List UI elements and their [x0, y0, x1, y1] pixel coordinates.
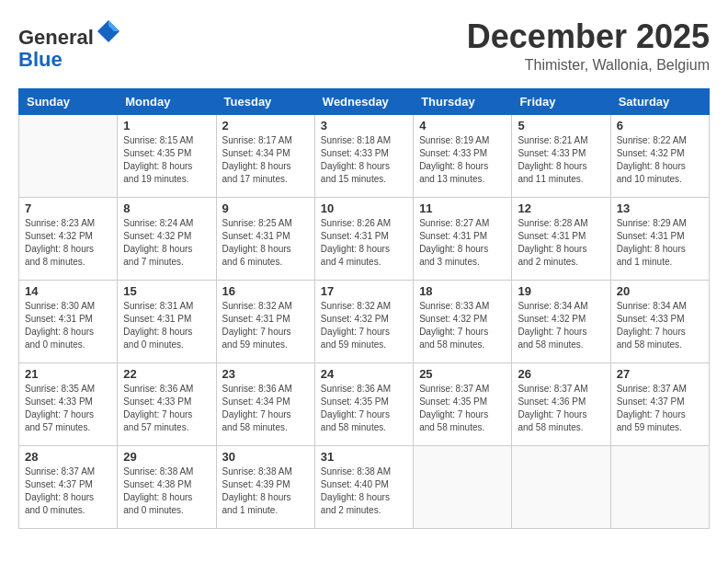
day-number: 16 — [222, 284, 309, 298]
calendar-cell: 22Sunrise: 8:36 AM Sunset: 4:33 PM Dayli… — [118, 362, 216, 445]
day-info: Sunrise: 8:36 AM Sunset: 4:33 PM Dayligh… — [123, 383, 210, 434]
calendar-cell: 4Sunrise: 8:19 AM Sunset: 4:33 PM Daylig… — [414, 114, 512, 197]
calendar-cell: 1Sunrise: 8:15 AM Sunset: 4:35 PM Daylig… — [118, 114, 216, 197]
day-number: 19 — [518, 284, 604, 298]
day-number: 21 — [25, 367, 111, 381]
day-number: 12 — [518, 201, 604, 215]
calendar-cell: 16Sunrise: 8:32 AM Sunset: 4:31 PM Dayli… — [216, 280, 314, 362]
day-number: 27 — [617, 367, 703, 381]
day-number: 24 — [321, 367, 407, 381]
day-number: 2 — [222, 119, 309, 132]
day-info: Sunrise: 8:22 AM Sunset: 4:32 PM Dayligh… — [617, 134, 703, 186]
day-number: 5 — [518, 119, 604, 132]
day-number: 26 — [518, 367, 604, 381]
day-number: 25 — [419, 367, 506, 381]
calendar-cell: 17Sunrise: 8:32 AM Sunset: 4:32 PM Dayli… — [314, 280, 413, 362]
day-info: Sunrise: 8:27 AM Sunset: 4:31 PM Dayligh… — [419, 217, 506, 269]
logo-icon — [96, 18, 121, 44]
day-info: Sunrise: 8:29 AM Sunset: 4:31 PM Dayligh… — [617, 217, 703, 269]
day-info: Sunrise: 8:37 AM Sunset: 4:36 PM Dayligh… — [518, 383, 604, 434]
calendar-cell: 10Sunrise: 8:26 AM Sunset: 4:31 PM Dayli… — [314, 197, 413, 280]
title-area: December 2025 Thimister, Wallonia, Belgi… — [467, 18, 710, 74]
calendar-cell: 26Sunrise: 8:37 AM Sunset: 4:36 PM Dayli… — [512, 362, 610, 445]
day-number: 22 — [123, 367, 210, 381]
day-info: Sunrise: 8:34 AM Sunset: 4:32 PM Dayligh… — [518, 300, 604, 351]
day-number: 14 — [25, 284, 111, 298]
day-header-thursday: Thursday — [414, 88, 512, 114]
logo-blue-text: Blue — [18, 49, 121, 71]
day-number: 29 — [123, 450, 210, 464]
month-title: December 2025 — [467, 18, 710, 55]
day-info: Sunrise: 8:19 AM Sunset: 4:33 PM Dayligh… — [419, 134, 506, 186]
day-number: 7 — [25, 201, 111, 215]
calendar-cell: 27Sunrise: 8:37 AM Sunset: 4:37 PM Dayli… — [610, 362, 709, 445]
calendar-week-row: 7Sunrise: 8:23 AM Sunset: 4:32 PM Daylig… — [19, 197, 710, 280]
calendar-cell — [414, 445, 512, 528]
calendar-cell: 15Sunrise: 8:31 AM Sunset: 4:31 PM Dayli… — [118, 280, 216, 362]
day-info: Sunrise: 8:33 AM Sunset: 4:32 PM Dayligh… — [419, 300, 506, 351]
calendar-cell — [19, 114, 118, 197]
day-info: Sunrise: 8:17 AM Sunset: 4:34 PM Dayligh… — [222, 134, 309, 186]
day-info: Sunrise: 8:25 AM Sunset: 4:31 PM Dayligh… — [222, 217, 309, 269]
day-number: 11 — [419, 201, 506, 215]
calendar-cell: 19Sunrise: 8:34 AM Sunset: 4:32 PM Dayli… — [512, 280, 610, 362]
day-number: 20 — [617, 284, 703, 298]
day-number: 13 — [617, 201, 703, 215]
day-info: Sunrise: 8:32 AM Sunset: 4:32 PM Dayligh… — [321, 300, 407, 351]
day-number: 17 — [321, 284, 407, 298]
day-info: Sunrise: 8:24 AM Sunset: 4:32 PM Dayligh… — [123, 217, 210, 269]
day-number: 9 — [222, 201, 309, 215]
calendar-cell: 23Sunrise: 8:36 AM Sunset: 4:34 PM Dayli… — [216, 362, 314, 445]
day-number: 31 — [321, 450, 407, 464]
day-info: Sunrise: 8:35 AM Sunset: 4:33 PM Dayligh… — [25, 383, 111, 434]
calendar-cell: 3Sunrise: 8:18 AM Sunset: 4:33 PM Daylig… — [314, 114, 413, 197]
day-header-saturday: Saturday — [610, 88, 709, 114]
calendar-cell: 8Sunrise: 8:24 AM Sunset: 4:32 PM Daylig… — [118, 197, 216, 280]
header: General Blue December 2025 Thimister, Wa… — [18, 18, 710, 74]
day-info: Sunrise: 8:36 AM Sunset: 4:35 PM Dayligh… — [321, 383, 407, 434]
day-info: Sunrise: 8:18 AM Sunset: 4:33 PM Dayligh… — [321, 134, 407, 186]
calendar-cell: 24Sunrise: 8:36 AM Sunset: 4:35 PM Dayli… — [314, 362, 413, 445]
day-info: Sunrise: 8:38 AM Sunset: 4:40 PM Dayligh… — [321, 465, 407, 517]
location-subtitle: Thimister, Wallonia, Belgium — [467, 57, 710, 74]
calendar-week-row: 1Sunrise: 8:15 AM Sunset: 4:35 PM Daylig… — [19, 114, 710, 197]
logo-text: General — [18, 18, 121, 49]
day-info: Sunrise: 8:34 AM Sunset: 4:33 PM Dayligh… — [617, 300, 703, 351]
day-header-wednesday: Wednesday — [314, 88, 413, 114]
calendar-week-row: 21Sunrise: 8:35 AM Sunset: 4:33 PM Dayli… — [19, 362, 710, 445]
day-info: Sunrise: 8:37 AM Sunset: 4:37 PM Dayligh… — [617, 383, 703, 434]
calendar-header-row: SundayMondayTuesdayWednesdayThursdayFrid… — [19, 88, 710, 114]
calendar-week-row: 14Sunrise: 8:30 AM Sunset: 4:31 PM Dayli… — [19, 280, 710, 362]
calendar-cell: 29Sunrise: 8:38 AM Sunset: 4:38 PM Dayli… — [118, 445, 216, 528]
day-number: 28 — [25, 450, 111, 464]
calendar-cell — [512, 445, 610, 528]
calendar-cell: 30Sunrise: 8:38 AM Sunset: 4:39 PM Dayli… — [216, 445, 314, 528]
day-info: Sunrise: 8:37 AM Sunset: 4:35 PM Dayligh… — [419, 383, 506, 434]
day-number: 4 — [419, 119, 506, 132]
day-number: 10 — [321, 201, 407, 215]
day-info: Sunrise: 8:32 AM Sunset: 4:31 PM Dayligh… — [222, 300, 309, 351]
logo-general: General — [18, 26, 94, 49]
day-number: 18 — [419, 284, 506, 298]
day-info: Sunrise: 8:28 AM Sunset: 4:31 PM Dayligh… — [518, 217, 604, 269]
calendar-cell: 13Sunrise: 8:29 AM Sunset: 4:31 PM Dayli… — [610, 197, 709, 280]
day-info: Sunrise: 8:23 AM Sunset: 4:32 PM Dayligh… — [25, 217, 111, 269]
calendar-cell: 12Sunrise: 8:28 AM Sunset: 4:31 PM Dayli… — [512, 197, 610, 280]
day-info: Sunrise: 8:30 AM Sunset: 4:31 PM Dayligh… — [25, 300, 111, 351]
calendar-cell: 25Sunrise: 8:37 AM Sunset: 4:35 PM Dayli… — [414, 362, 512, 445]
calendar-cell: 18Sunrise: 8:33 AM Sunset: 4:32 PM Dayli… — [414, 280, 512, 362]
day-number: 6 — [617, 119, 703, 132]
calendar-cell: 7Sunrise: 8:23 AM Sunset: 4:32 PM Daylig… — [19, 197, 118, 280]
day-info: Sunrise: 8:38 AM Sunset: 4:39 PM Dayligh… — [222, 465, 309, 517]
day-header-sunday: Sunday — [19, 88, 118, 114]
calendar-week-row: 28Sunrise: 8:37 AM Sunset: 4:37 PM Dayli… — [19, 445, 710, 528]
calendar: SundayMondayTuesdayWednesdayThursdayFrid… — [18, 88, 710, 529]
day-info: Sunrise: 8:15 AM Sunset: 4:35 PM Dayligh… — [123, 134, 210, 186]
day-info: Sunrise: 8:31 AM Sunset: 4:31 PM Dayligh… — [123, 300, 210, 351]
day-number: 30 — [222, 450, 309, 464]
calendar-cell: 9Sunrise: 8:25 AM Sunset: 4:31 PM Daylig… — [216, 197, 314, 280]
day-number: 23 — [222, 367, 309, 381]
calendar-cell: 31Sunrise: 8:38 AM Sunset: 4:40 PM Dayli… — [314, 445, 413, 528]
calendar-cell: 14Sunrise: 8:30 AM Sunset: 4:31 PM Dayli… — [19, 280, 118, 362]
day-header-tuesday: Tuesday — [216, 88, 314, 114]
